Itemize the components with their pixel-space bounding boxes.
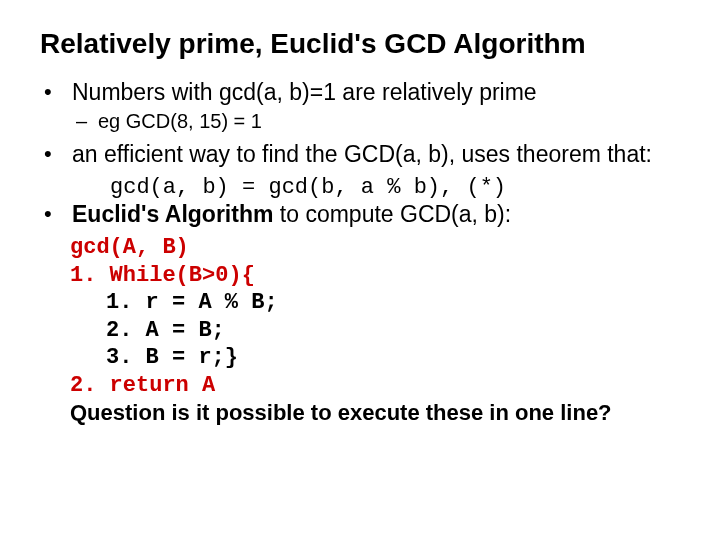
bullet-3: Euclid's Algorithm to compute GCD(a, b):	[40, 200, 680, 229]
code-block: gcd(A, B) 1. While(B>0){ 1. r = A % B; 2…	[70, 234, 680, 427]
bullet-list-2: Euclid's Algorithm to compute GCD(a, b):	[40, 200, 680, 229]
code-while: 1. While(B>0){	[70, 262, 680, 290]
bullet-1-text: Numbers with gcd(a, b)=1 are relatively …	[72, 79, 537, 105]
bullet-list: Numbers with gcd(a, b)=1 are relatively …	[40, 78, 680, 169]
bullet-2: an efficient way to find the GCD(a, b), …	[40, 140, 680, 169]
code-i1: 1. r = A % B;	[106, 289, 680, 317]
code-question: Question is it possible to execute these…	[70, 399, 680, 427]
bullet-3-prefix: Euclid's Algorithm	[72, 201, 273, 227]
slide: Relatively prime, Euclid's GCD Algorithm…	[0, 0, 720, 447]
code-i2: 2. A = B;	[106, 317, 680, 345]
code-sig: gcd(A, B)	[70, 234, 680, 262]
bullet-2-text: an efficient way to find the GCD(a, b), …	[72, 141, 652, 167]
bullet-1-sub: eg GCD(8, 15) = 1	[72, 109, 680, 134]
bullet-1: Numbers with gcd(a, b)=1 are relatively …	[40, 78, 680, 134]
slide-title: Relatively prime, Euclid's GCD Algorithm	[40, 28, 680, 60]
code-i3: 3. B = r;}	[106, 344, 680, 372]
code-inner: 1. r = A % B; 2. A = B; 3. B = r;}	[106, 289, 680, 372]
bullet-3-rest: to compute GCD(a, b):	[273, 201, 511, 227]
code-return: 2. return A	[70, 372, 680, 400]
theorem-line: gcd(a, b) = gcd(b, a % b), (*)	[110, 175, 680, 200]
bullet-1-sublist: eg GCD(8, 15) = 1	[72, 109, 680, 134]
